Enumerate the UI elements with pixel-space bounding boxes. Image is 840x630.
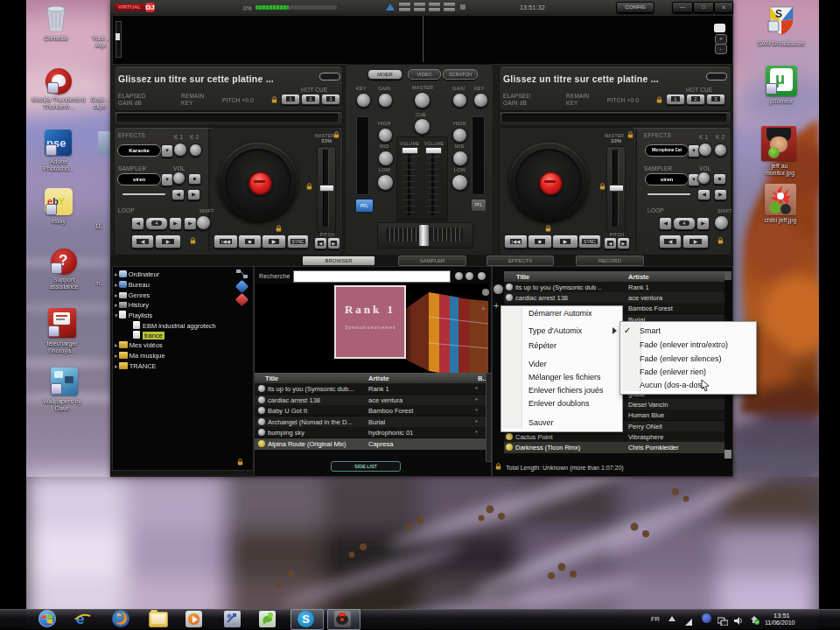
- svg-text:e: e: [76, 611, 84, 627]
- svg-text:S: S: [775, 8, 782, 20]
